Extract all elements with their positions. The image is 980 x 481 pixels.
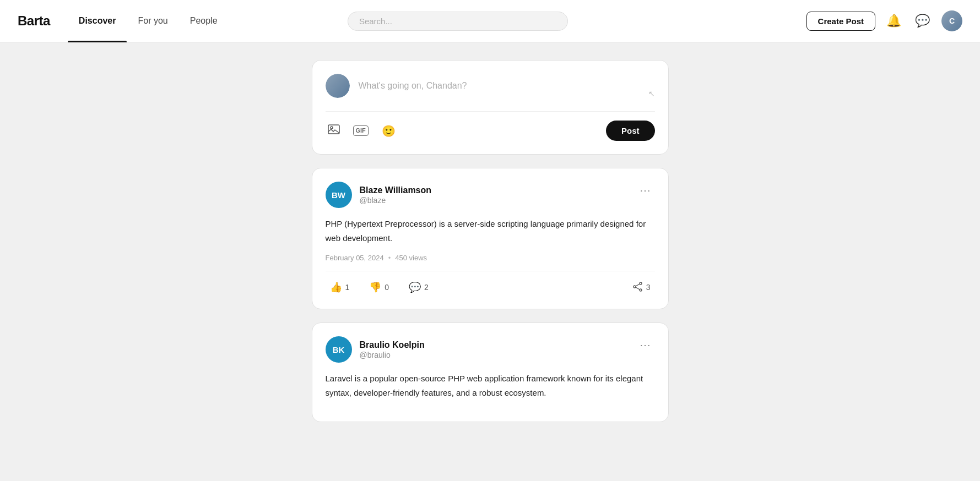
post-author-handle[interactable]: @blaze	[360, 196, 432, 205]
post-author-details-2: Braulio Koelpin @braulio	[360, 340, 425, 360]
image-upload-button[interactable]	[326, 122, 342, 139]
post-user-info: BW Blaze Williamson @blaze	[326, 182, 432, 208]
post-more-button[interactable]: ⋯	[635, 182, 655, 199]
share-button[interactable]: 3	[629, 280, 655, 296]
header: Barta Discover For you People Create Pos…	[0, 0, 980, 42]
post-card-2: BK Braulio Koelpin @braulio ⋯ Laravel is…	[312, 323, 669, 422]
avatar-image: C	[941, 10, 962, 31]
like-button[interactable]: 👍 1	[326, 279, 354, 296]
post-author-details: Blaze Williamson @blaze	[360, 185, 432, 205]
post-content-2: Laravel is a popular open-source PHP web…	[326, 371, 655, 400]
thumbs-up-icon: 👍	[330, 281, 342, 293]
bell-icon: 🔔	[886, 14, 901, 28]
compose-actions: GIF 🙂 Post	[326, 121, 655, 141]
svg-line-6	[636, 287, 640, 289]
post-author-name-2[interactable]: Braulio Koelpin	[360, 340, 425, 351]
svg-rect-0	[328, 125, 339, 134]
svg-point-2	[640, 282, 642, 285]
brand-logo[interactable]: Barta	[18, 13, 50, 29]
share-count: 3	[646, 283, 651, 292]
post-footer: 👍 1 👎 0 💬 2	[326, 279, 655, 296]
thumbs-down-icon: 👎	[369, 281, 381, 293]
compose-top: What's going on, Chandan? ↖	[326, 74, 655, 102]
emoji-icon: 🙂	[382, 124, 396, 138]
post-more-button-2[interactable]: ⋯	[635, 336, 655, 354]
svg-point-1	[331, 127, 333, 129]
post-user-info-2: BK Braulio Koelpin @braulio	[326, 336, 425, 363]
dislike-button[interactable]: 👎 0	[365, 279, 393, 296]
header-actions: Create Post 🔔 💬 C	[806, 10, 962, 31]
post-header-2: BK Braulio Koelpin @braulio ⋯	[326, 336, 655, 363]
more-icon-2: ⋯	[640, 339, 651, 351]
more-icon: ⋯	[640, 184, 651, 196]
meta-dot: •	[388, 254, 391, 262]
main-nav: Discover For you People	[68, 0, 229, 42]
notifications-button[interactable]: 🔔	[884, 11, 904, 31]
post-author-handle-2[interactable]: @braulio	[360, 351, 425, 359]
post-card: BW Blaze Williamson @blaze ⋯ PHP (Hypert…	[312, 168, 669, 309]
post-date: February 05, 2024	[326, 254, 384, 262]
like-count: 1	[345, 283, 350, 292]
compose-avatar	[326, 74, 350, 98]
svg-point-3	[640, 289, 642, 291]
post-content: PHP (Hypertext Preprocessor) is a server…	[326, 217, 655, 245]
dislike-count: 0	[385, 283, 389, 292]
share-icon	[633, 282, 643, 293]
nav-item-discover[interactable]: Discover	[68, 0, 127, 42]
search-container	[348, 12, 568, 31]
user-avatar[interactable]: C	[941, 10, 962, 31]
post-avatar: BW	[326, 182, 352, 208]
post-button[interactable]: Post	[606, 121, 655, 141]
emoji-button[interactable]: 🙂	[380, 122, 398, 140]
post-header: BW Blaze Williamson @blaze ⋯	[326, 182, 655, 208]
nav-item-for-you[interactable]: For you	[127, 0, 178, 42]
main-content: What's going on, Chandan? ↖ GIF 🙂 P	[303, 42, 678, 440]
post-views: 450 views	[395, 254, 427, 262]
compose-divider	[326, 111, 655, 112]
post-author-name[interactable]: Blaze Williamson	[360, 185, 432, 196]
post-avatar-2: BK	[326, 336, 352, 363]
create-post-button[interactable]: Create Post	[806, 12, 875, 31]
gif-icon: GIF	[353, 125, 369, 136]
svg-point-4	[634, 286, 636, 288]
comment-button[interactable]: 💬 2	[404, 279, 433, 296]
search-wrapper	[348, 12, 568, 31]
svg-line-5	[636, 284, 640, 286]
search-input[interactable]	[359, 17, 556, 26]
chat-icon: 💬	[915, 14, 930, 28]
nav-item-people[interactable]: People	[179, 0, 229, 42]
post-divider	[326, 271, 655, 271]
image-icon	[328, 124, 340, 137]
compose-card: What's going on, Chandan? ↖ GIF 🙂 P	[312, 60, 669, 155]
comment-icon: 💬	[409, 281, 421, 293]
post-meta: February 05, 2024 • 450 views	[326, 254, 655, 262]
messages-button[interactable]: 💬	[913, 11, 933, 31]
compose-placeholder[interactable]: What's going on, Chandan?	[359, 81, 640, 91]
gif-upload-button[interactable]: GIF	[351, 123, 371, 138]
comment-count: 2	[424, 283, 429, 292]
compose-avatar-image	[326, 74, 350, 98]
resize-icon: ↖	[648, 89, 655, 98]
